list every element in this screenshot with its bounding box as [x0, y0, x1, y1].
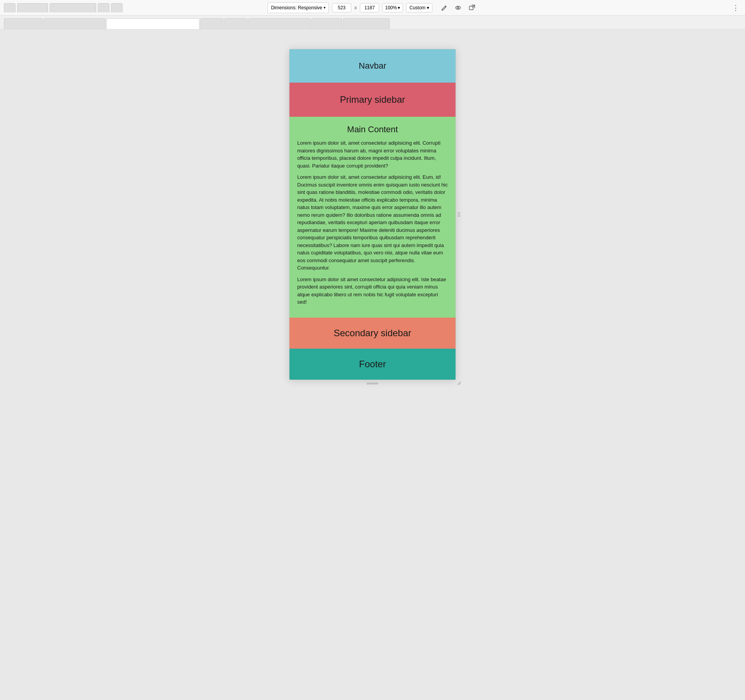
section-primary-sidebar: Primary sidebar: [289, 83, 456, 117]
tab-5[interactable]: [224, 18, 248, 29]
svg-point-5: [459, 215, 460, 216]
height-input[interactable]: [360, 3, 379, 12]
toolbar-tab-4[interactable]: [98, 3, 109, 12]
toolbar-center: Dimensions: Responsive ▾ x 100% ▾ Custom…: [267, 2, 477, 13]
device-frame: Navbar Primary sidebar Main Content Lore…: [289, 49, 456, 380]
device-content: Navbar Primary sidebar Main Content Lore…: [289, 49, 456, 380]
toolbar: Dimensions: Responsive ▾ x 100% ▾ Custom…: [0, 0, 745, 16]
toolbar-tab-2[interactable]: [17, 3, 48, 12]
resize-handle-right[interactable]: [456, 207, 462, 222]
custom-chevron: ▾: [427, 5, 429, 10]
eye-icon-btn[interactable]: [453, 2, 464, 13]
svg-point-3: [459, 212, 460, 213]
dimensions-dropdown[interactable]: Dimensions: Responsive ▾: [267, 2, 329, 13]
toolbar-icons: [439, 2, 478, 13]
main-content-para-1: Lorem ipsum dolor sit, amet consectetur …: [297, 139, 448, 169]
preview-area: Navbar Primary sidebar Main Content Lore…: [0, 29, 745, 700]
section-navbar: Navbar: [289, 49, 456, 83]
tab-6[interactable]: [248, 18, 310, 29]
svg-rect-2: [470, 6, 473, 10]
toolbar-tab-1[interactable]: [4, 3, 16, 12]
width-input[interactable]: [332, 3, 352, 12]
svg-point-1: [457, 7, 459, 9]
custom-label: Custom: [409, 5, 425, 10]
primary-sidebar-title: Primary sidebar: [297, 94, 448, 105]
toolbar-tab-3[interactable]: [50, 3, 96, 12]
zoom-dropdown[interactable]: 100% ▾: [383, 3, 403, 12]
section-main-content: Main Content Lorem ipsum dolor sit, amet…: [289, 117, 456, 318]
zoom-chevron: ▾: [398, 5, 400, 10]
resize-handle-bottom[interactable]: [365, 380, 380, 386]
main-content-title: Main Content: [297, 124, 448, 135]
tab-7[interactable]: [311, 18, 342, 29]
tab-1[interactable]: [4, 18, 43, 29]
footer-title: Footer: [297, 359, 448, 370]
tab-3-active[interactable]: [106, 18, 199, 29]
share-icon-btn[interactable]: [467, 2, 478, 13]
secondary-sidebar-title: Secondary sidebar: [297, 328, 448, 339]
pen-icon-btn[interactable]: [439, 2, 450, 13]
dimensions-label: Dimensions: Responsive: [271, 5, 322, 10]
tab-8[interactable]: [343, 18, 390, 29]
section-secondary-sidebar: Secondary sidebar: [289, 318, 456, 349]
dimension-separator: x: [355, 5, 357, 10]
more-options-btn[interactable]: ⋮: [730, 2, 741, 13]
toolbar-tab-5[interactable]: [111, 3, 123, 12]
section-footer: Footer: [289, 349, 456, 380]
main-content-para-3: Lorem ipsum dolor sit amet consectetur a…: [297, 276, 448, 306]
tab-4[interactable]: [200, 18, 224, 29]
svg-point-4: [459, 214, 460, 215]
main-content-para-2: Lorem ipsum dolor sit, amet consectetur …: [297, 173, 448, 272]
tabbar: [0, 16, 745, 29]
svg-point-0: [456, 6, 461, 9]
dimensions-chevron: ▾: [324, 5, 326, 10]
navbar-title: Navbar: [297, 61, 448, 71]
custom-dropdown[interactable]: Custom ▾: [406, 3, 432, 12]
resize-handle-corner[interactable]: [456, 380, 462, 386]
zoom-label: 100%: [385, 5, 397, 10]
toolbar-right: ⋮: [653, 2, 741, 13]
tab-2[interactable]: [43, 18, 106, 29]
